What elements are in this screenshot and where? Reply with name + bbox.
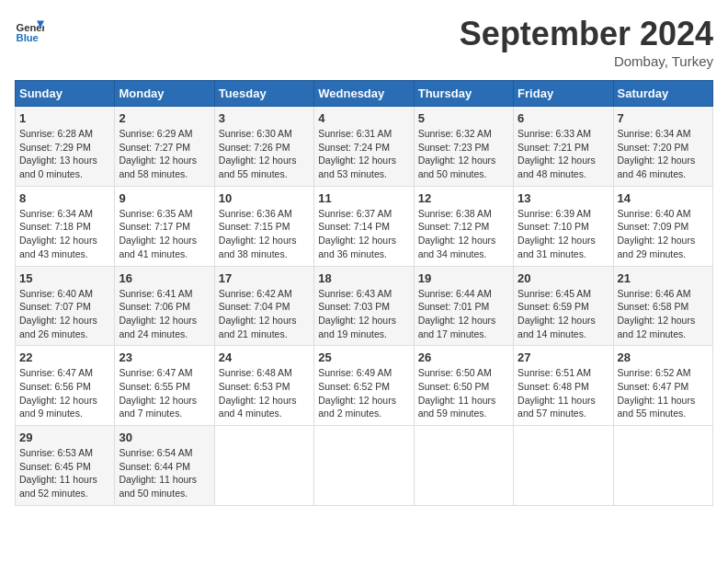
calendar-day-cell: 3Sunrise: 6:30 AM Sunset: 7:26 PM Daylig…: [214, 107, 313, 187]
calendar-week-row: 22Sunrise: 6:47 AM Sunset: 6:56 PM Dayli…: [16, 346, 713, 426]
day-number: 3: [219, 111, 310, 125]
day-number: 15: [19, 271, 110, 285]
weekday-header-cell: Sunday: [16, 81, 115, 107]
day-number: 28: [618, 350, 709, 364]
calendar-day-cell: 14Sunrise: 6:40 AM Sunset: 7:09 PM Dayli…: [613, 186, 712, 266]
day-number: 24: [219, 350, 310, 364]
day-info: Sunrise: 6:41 AM Sunset: 7:06 PM Dayligh…: [119, 287, 210, 341]
calendar-week-row: 29Sunrise: 6:53 AM Sunset: 6:45 PM Dayli…: [16, 426, 713, 506]
day-info: Sunrise: 6:29 AM Sunset: 7:27 PM Dayligh…: [119, 127, 210, 181]
day-number: 11: [318, 191, 409, 205]
day-number: 20: [518, 271, 609, 285]
calendar-day-cell: [514, 426, 613, 506]
day-info: Sunrise: 6:53 AM Sunset: 6:45 PM Dayligh…: [19, 446, 110, 500]
day-info: Sunrise: 6:35 AM Sunset: 7:17 PM Dayligh…: [119, 207, 210, 261]
calendar-day-cell: 13Sunrise: 6:39 AM Sunset: 7:10 PM Dayli…: [514, 186, 613, 266]
day-info: Sunrise: 6:48 AM Sunset: 6:53 PM Dayligh…: [219, 366, 310, 420]
day-info: Sunrise: 6:44 AM Sunset: 7:01 PM Dayligh…: [418, 287, 509, 341]
day-number: 7: [618, 111, 709, 125]
day-info: Sunrise: 6:40 AM Sunset: 7:09 PM Dayligh…: [618, 207, 709, 261]
calendar-day-cell: 5Sunrise: 6:32 AM Sunset: 7:23 PM Daylig…: [414, 107, 513, 187]
calendar-day-cell: 7Sunrise: 6:34 AM Sunset: 7:20 PM Daylig…: [613, 107, 712, 187]
weekday-header-cell: Wednesday: [314, 81, 414, 107]
day-info: Sunrise: 6:49 AM Sunset: 6:52 PM Dayligh…: [318, 366, 409, 420]
day-number: 2: [119, 111, 210, 125]
day-number: 17: [219, 271, 310, 285]
day-number: 4: [318, 111, 409, 125]
day-number: 10: [219, 191, 310, 205]
day-info: Sunrise: 6:51 AM Sunset: 6:48 PM Dayligh…: [518, 366, 609, 420]
weekday-header-row: SundayMondayTuesdayWednesdayThursdayFrid…: [16, 81, 713, 107]
calendar-day-cell: 28Sunrise: 6:52 AM Sunset: 6:47 PM Dayli…: [613, 346, 712, 426]
calendar-day-cell: [214, 426, 313, 506]
weekday-header-cell: Saturday: [613, 81, 712, 107]
day-info: Sunrise: 6:42 AM Sunset: 7:04 PM Dayligh…: [219, 287, 310, 341]
day-info: Sunrise: 6:34 AM Sunset: 7:20 PM Dayligh…: [618, 127, 709, 181]
calendar-day-cell: 29Sunrise: 6:53 AM Sunset: 6:45 PM Dayli…: [16, 426, 115, 506]
day-info: Sunrise: 6:43 AM Sunset: 7:03 PM Dayligh…: [318, 287, 409, 341]
day-number: 21: [618, 271, 709, 285]
calendar-day-cell: 20Sunrise: 6:45 AM Sunset: 6:59 PM Dayli…: [514, 266, 613, 346]
calendar-day-cell: 26Sunrise: 6:50 AM Sunset: 6:50 PM Dayli…: [414, 346, 513, 426]
day-number: 30: [119, 431, 210, 444]
calendar-day-cell: [414, 426, 513, 506]
weekday-header-cell: Tuesday: [214, 81, 313, 107]
day-info: Sunrise: 6:36 AM Sunset: 7:15 PM Dayligh…: [219, 207, 310, 261]
calendar-day-cell: 18Sunrise: 6:43 AM Sunset: 7:03 PM Dayli…: [314, 266, 414, 346]
calendar-table: SundayMondayTuesdayWednesdayThursdayFrid…: [15, 80, 713, 506]
day-info: Sunrise: 6:30 AM Sunset: 7:26 PM Dayligh…: [219, 127, 310, 181]
day-number: 8: [19, 191, 110, 205]
day-number: 29: [19, 431, 110, 444]
location-subtitle: Dombay, Turkey: [460, 53, 713, 69]
calendar-day-cell: 21Sunrise: 6:46 AM Sunset: 6:58 PM Dayli…: [613, 266, 712, 346]
weekday-header-cell: Thursday: [414, 81, 513, 107]
calendar-week-row: 1Sunrise: 6:28 AM Sunset: 7:29 PM Daylig…: [16, 107, 713, 187]
day-number: 18: [318, 271, 409, 285]
weekday-header-cell: Monday: [115, 81, 214, 107]
day-info: Sunrise: 6:38 AM Sunset: 7:12 PM Dayligh…: [418, 207, 509, 261]
calendar-day-cell: 10Sunrise: 6:36 AM Sunset: 7:15 PM Dayli…: [214, 186, 313, 266]
calendar-day-cell: 23Sunrise: 6:47 AM Sunset: 6:55 PM Dayli…: [115, 346, 214, 426]
day-number: 25: [318, 350, 409, 364]
day-info: Sunrise: 6:40 AM Sunset: 7:07 PM Dayligh…: [19, 287, 110, 341]
svg-text:Blue: Blue: [17, 32, 39, 43]
day-number: 1: [19, 111, 110, 125]
day-info: Sunrise: 6:32 AM Sunset: 7:23 PM Dayligh…: [418, 127, 509, 181]
day-number: 9: [119, 191, 210, 205]
calendar-week-row: 15Sunrise: 6:40 AM Sunset: 7:07 PM Dayli…: [16, 266, 713, 346]
day-number: 22: [19, 350, 110, 364]
day-number: 14: [618, 191, 709, 205]
day-number: 27: [518, 350, 609, 364]
calendar-day-cell: 11Sunrise: 6:37 AM Sunset: 7:14 PM Dayli…: [314, 186, 414, 266]
calendar-day-cell: 1Sunrise: 6:28 AM Sunset: 7:29 PM Daylig…: [16, 107, 115, 187]
calendar-day-cell: 17Sunrise: 6:42 AM Sunset: 7:04 PM Dayli…: [214, 266, 313, 346]
calendar-day-cell: 30Sunrise: 6:54 AM Sunset: 6:44 PM Dayli…: [115, 426, 214, 506]
calendar-week-row: 8Sunrise: 6:34 AM Sunset: 7:18 PM Daylig…: [16, 186, 713, 266]
day-number: 13: [518, 191, 609, 205]
calendar-day-cell: 9Sunrise: 6:35 AM Sunset: 7:17 PM Daylig…: [115, 186, 214, 266]
calendar-day-cell: 19Sunrise: 6:44 AM Sunset: 7:01 PM Dayli…: [414, 266, 513, 346]
day-number: 6: [518, 111, 609, 125]
page-header: General Blue September 2024 Dombay, Turk…: [15, 15, 713, 69]
calendar-day-cell: [613, 426, 712, 506]
day-number: 19: [418, 271, 509, 285]
calendar-day-cell: 16Sunrise: 6:41 AM Sunset: 7:06 PM Dayli…: [115, 266, 214, 346]
logo-icon: General Blue: [15, 15, 44, 44]
day-info: Sunrise: 6:37 AM Sunset: 7:14 PM Dayligh…: [318, 207, 409, 261]
day-info: Sunrise: 6:28 AM Sunset: 7:29 PM Dayligh…: [19, 127, 110, 181]
calendar-day-cell: 4Sunrise: 6:31 AM Sunset: 7:24 PM Daylig…: [314, 107, 414, 187]
weekday-header-cell: Friday: [514, 81, 613, 107]
day-info: Sunrise: 6:52 AM Sunset: 6:47 PM Dayligh…: [618, 366, 709, 420]
day-info: Sunrise: 6:54 AM Sunset: 6:44 PM Dayligh…: [119, 446, 210, 500]
day-info: Sunrise: 6:47 AM Sunset: 6:55 PM Dayligh…: [119, 366, 210, 420]
calendar-day-cell: 27Sunrise: 6:51 AM Sunset: 6:48 PM Dayli…: [514, 346, 613, 426]
day-info: Sunrise: 6:45 AM Sunset: 6:59 PM Dayligh…: [518, 287, 609, 341]
logo: General Blue: [15, 15, 44, 44]
day-number: 5: [418, 111, 509, 125]
calendar-day-cell: 2Sunrise: 6:29 AM Sunset: 7:27 PM Daylig…: [115, 107, 214, 187]
calendar-day-cell: 6Sunrise: 6:33 AM Sunset: 7:21 PM Daylig…: [514, 107, 613, 187]
calendar-day-cell: 12Sunrise: 6:38 AM Sunset: 7:12 PM Dayli…: [414, 186, 513, 266]
day-info: Sunrise: 6:50 AM Sunset: 6:50 PM Dayligh…: [418, 366, 509, 420]
day-info: Sunrise: 6:33 AM Sunset: 7:21 PM Dayligh…: [518, 127, 609, 181]
day-number: 16: [119, 271, 210, 285]
